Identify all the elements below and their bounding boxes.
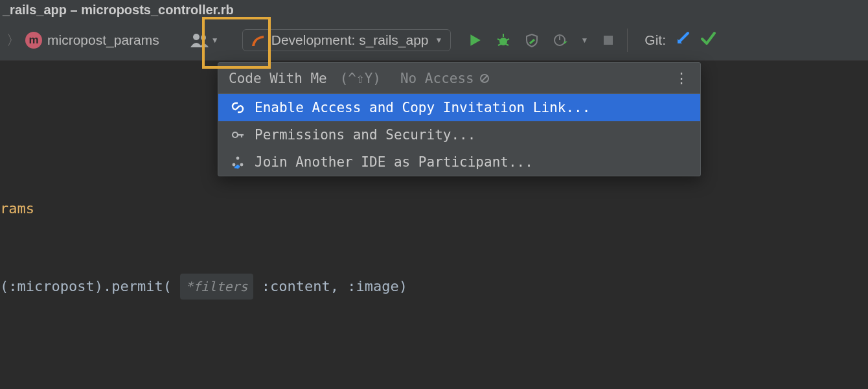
- stop-button: [600, 32, 617, 49]
- popup-item-join[interactable]: Join Another IDE as Participant...: [218, 148, 700, 176]
- popup-item-enable-access[interactable]: Enable Access and Copy Invitation Link..…: [218, 94, 700, 121]
- rails-icon: [251, 33, 265, 47]
- code-with-me-popup: Code With Me (^⇧Y) No Access ⋮ Enable Ac…: [218, 62, 701, 176]
- svg-line-12: [482, 76, 487, 81]
- svg-line-7: [506, 44, 508, 45]
- blocked-icon: [479, 73, 490, 84]
- git-toolbar: Git:: [645, 30, 716, 50]
- svg-line-13: [236, 106, 240, 110]
- coverage-button[interactable]: [523, 32, 540, 49]
- svg-line-4: [497, 39, 500, 40]
- breadcrumb-label: micropost_params: [47, 32, 159, 48]
- popup-item-label: Enable Access and Copy Invitation Link..…: [255, 100, 590, 115]
- chevron-down-icon: ▼: [211, 36, 219, 45]
- breadcrumb[interactable]: 〉 m micropost_params: [6, 31, 159, 49]
- join-icon: [230, 155, 246, 169]
- method-icon: m: [25, 32, 42, 49]
- git-commit-button[interactable]: [700, 30, 716, 50]
- key-icon: [230, 128, 246, 142]
- svg-point-18: [233, 163, 236, 167]
- toolbar-divider: [627, 29, 628, 52]
- parameter-hint: *filters: [180, 274, 253, 300]
- popup-item-label: Join Another IDE as Participant...: [255, 154, 533, 170]
- code-with-me-button[interactable]: ▼: [185, 27, 224, 53]
- run-toolbar: ▼: [466, 32, 617, 49]
- popup-item-label: Permissions and Security...: [255, 127, 475, 143]
- window-title: _rails_app – microposts_controller.rb: [3, 3, 234, 18]
- svg-point-19: [240, 163, 244, 167]
- chevron-down-icon: ▼: [580, 36, 588, 45]
- popup-status: No Access: [400, 71, 490, 86]
- profiler-button[interactable]: [552, 32, 569, 49]
- svg-line-5: [507, 39, 509, 40]
- popup-shortcut: (^⇧Y): [340, 71, 381, 86]
- code-text: rams: [0, 200, 34, 217]
- svg-point-14: [233, 132, 238, 137]
- chevron-right-icon: 〉: [6, 31, 20, 49]
- main-toolbar: 〉 m micropost_params ▼ Development: s_ra…: [0, 19, 868, 61]
- popup-header: Code With Me (^⇧Y) No Access ⋮: [218, 63, 700, 94]
- debug-button[interactable]: [495, 32, 512, 49]
- popup-title: Code With Me: [229, 71, 327, 86]
- svg-rect-10: [604, 36, 613, 45]
- window-title-bar: _rails_app – microposts_controller.rb: [0, 0, 868, 19]
- code-line: (:micropost).permit( *filters :content, …: [0, 274, 868, 300]
- run-config-label: Development: s_rails_app: [271, 32, 429, 48]
- svg-point-17: [236, 157, 240, 160]
- svg-point-1: [201, 35, 206, 40]
- svg-line-6: [498, 44, 501, 45]
- git-update-button[interactable]: [675, 30, 691, 49]
- git-label: Git:: [645, 32, 666, 48]
- chevron-down-icon: ▼: [435, 36, 443, 45]
- link-icon: [230, 100, 246, 115]
- users-icon: [190, 33, 209, 47]
- popup-item-permissions[interactable]: Permissions and Security...: [218, 121, 700, 148]
- run-configuration-selector[interactable]: Development: s_rails_app ▼: [242, 29, 451, 51]
- more-options-button[interactable]: ⋮: [674, 70, 690, 86]
- svg-point-0: [193, 34, 200, 40]
- run-button[interactable]: [466, 32, 483, 49]
